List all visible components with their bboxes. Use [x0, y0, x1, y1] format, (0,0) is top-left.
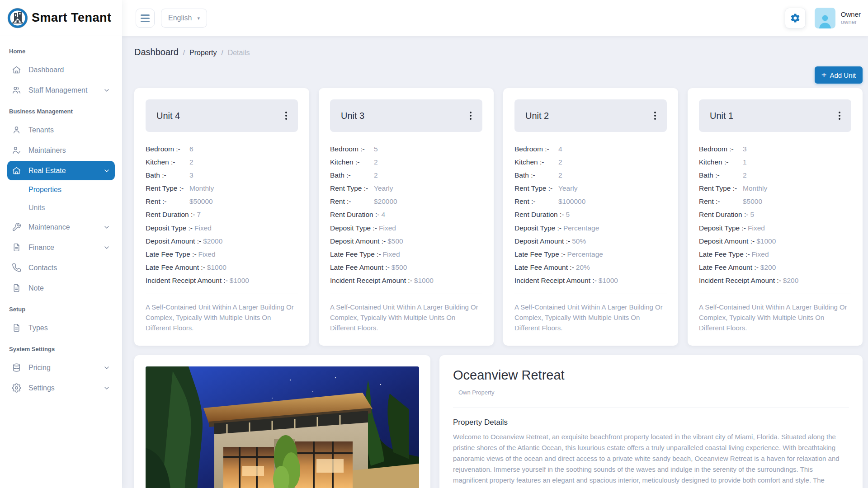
topbar: English ▾ Owner owner: [122, 0, 868, 36]
field-label: Rent :-: [699, 197, 743, 206]
unit-description: A Self-Contained Unit Within A Larger Bu…: [146, 302, 298, 333]
main-area: English ▾ Owner owner Dashboard /: [122, 0, 868, 488]
user-name: Owner: [841, 10, 861, 19]
field-label: Deposit Type :-: [146, 224, 194, 233]
sidebar-item-types[interactable]: Types: [7, 318, 115, 338]
sidebar-item-settings[interactable]: Settings: [7, 378, 115, 398]
field-row: Rent Type :-Yearly: [330, 184, 482, 193]
sidebar-item-real-estate[interactable]: Real Estate: [7, 161, 115, 180]
field-value: 20%: [576, 263, 590, 272]
kebab-menu-icon[interactable]: [467, 109, 474, 122]
add-unit-button[interactable]: + Add Unit: [815, 66, 863, 84]
field-row: Kitchen :-2: [330, 158, 482, 167]
sidebar-section-heading: Business Management: [0, 101, 122, 119]
unit-fields: Bedroom :-6Kitchen :-2Bath :-3Rent Type …: [146, 145, 298, 285]
field-label: Rent Type :-: [699, 184, 743, 193]
sidebar-item-label: Maintainers: [28, 146, 66, 155]
wrench-icon: [12, 222, 21, 232]
sidebar-subitem-units[interactable]: Units: [7, 199, 115, 216]
breadcrumb-property[interactable]: Property: [189, 49, 217, 57]
property-photo: [146, 366, 419, 488]
sidebar-item-dashboard[interactable]: Dashboard: [7, 60, 115, 80]
content: Dashboard / Property / Details + Add Uni…: [122, 36, 868, 488]
sidebar-item-pricing[interactable]: Pricing: [7, 358, 115, 377]
field-label: Late Fee Amount :-: [699, 263, 760, 272]
field-value: $20000: [374, 197, 397, 206]
sidebar-item-label: Tenants: [28, 126, 54, 134]
sidebar-section-heading: Home: [0, 41, 122, 59]
sidebar-item-note[interactable]: Note: [7, 278, 115, 298]
sidebar-item-staff-management[interactable]: Staff Management: [7, 80, 115, 100]
file-icon: [12, 283, 21, 293]
sidebar-item-finance[interactable]: Finance: [7, 238, 115, 257]
field-label: Incident Receipt Amount :-: [699, 277, 783, 285]
field-label: Late Fee Type :-: [699, 250, 752, 259]
field-row: Deposit Type :-Fixed: [330, 224, 482, 233]
field-row: Bath :-3: [146, 171, 298, 180]
field-row: Bedroom :-4: [514, 145, 667, 154]
field-label: Rent Duration :-: [699, 211, 750, 219]
kebab-menu-icon[interactable]: [836, 109, 843, 122]
field-label: Incident Receipt Amount :-: [330, 277, 414, 285]
field-row: Deposit Type :-Percentage: [514, 224, 667, 233]
sidebar-item-label: Pricing: [28, 364, 51, 372]
sidebar-nav: HomeDashboardStaff ManagementBusiness Ma…: [0, 36, 122, 398]
unit-card-unit-1: Unit 1Bedroom :-3Kitchen :-1Bath :-2Rent…: [688, 88, 863, 346]
kebab-menu-icon[interactable]: [283, 109, 290, 122]
unit-description: A Self-Contained Unit Within A Larger Bu…: [330, 302, 482, 333]
field-value: 2: [374, 158, 378, 167]
field-value: $1000: [414, 277, 434, 285]
add-unit-label: Add Unit: [830, 71, 856, 79]
chevron-down-icon: [103, 224, 110, 231]
sidebar-section-heading: System Settings: [0, 338, 122, 357]
field-label: Rent :-: [330, 197, 374, 206]
field-row: Rent Type :-Yearly: [514, 184, 667, 193]
sidebar-item-label: Real Estate: [28, 167, 66, 175]
breadcrumb-details: Details: [228, 49, 250, 57]
field-row: Rent Type :-Monthly: [699, 184, 851, 193]
field-value: $200: [760, 263, 776, 272]
sidebar-item-tenants[interactable]: Tenants: [7, 120, 115, 140]
field-row: Rent :-$5000: [699, 197, 851, 206]
field-label: Bath :-: [330, 171, 374, 180]
sidebar-item-label: Staff Management: [28, 86, 87, 94]
brand[interactable]: Smart Tenant: [0, 0, 122, 36]
sidebar-item-maintainers[interactable]: Maintainers: [7, 141, 115, 160]
sidebar-toggle-button[interactable]: [136, 9, 155, 28]
field-value: Fixed: [748, 224, 765, 233]
unit-card-unit-2: Unit 2Bedroom :-4Kitchen :-2Bath :-2Rent…: [503, 88, 678, 346]
field-value: 4: [558, 145, 562, 154]
breadcrumb: Dashboard / Property / Details: [134, 47, 863, 57]
sidebar-section-heading: Setup: [0, 299, 122, 317]
breadcrumb-dashboard[interactable]: Dashboard: [134, 47, 179, 57]
field-row: Late Fee Type :-Fixed: [146, 250, 298, 259]
unit-fields: Bedroom :-5Kitchen :-2Bath :-2Rent Type …: [330, 145, 482, 285]
field-value: Yearly: [374, 184, 393, 193]
unit-card-header: Unit 4: [146, 99, 298, 132]
field-row: Rent Duration :-5: [514, 211, 667, 219]
sidebar-item-contacts[interactable]: Contacts: [7, 258, 115, 277]
sidebar-subitem-properties[interactable]: Properties: [7, 181, 115, 198]
user-block[interactable]: Owner owner: [841, 10, 861, 26]
gear-icon: [12, 383, 21, 393]
language-value: English: [168, 14, 192, 22]
unit-description: A Self-Contained Unit Within A Larger Bu…: [514, 302, 667, 333]
field-value: 2: [374, 171, 378, 180]
caret-down-icon: ▾: [197, 15, 200, 21]
avatar[interactable]: [815, 8, 835, 28]
unit-fields: Bedroom :-4Kitchen :-2Bath :-2Rent Type …: [514, 145, 667, 285]
sidebar-item-maintenance[interactable]: Maintenance: [7, 217, 115, 237]
field-label: Deposit Type :-: [514, 224, 563, 233]
field-row: Deposit Type :-Fixed: [146, 224, 298, 233]
field-row: Bath :-2: [514, 171, 667, 180]
kebab-menu-icon[interactable]: [651, 109, 659, 122]
app-root: Smart Tenant HomeDashboardStaff Manageme…: [0, 0, 868, 488]
unit-title: Unit 1: [710, 111, 733, 121]
chevron-down-icon: [103, 244, 110, 251]
unit-card-header: Unit 1: [699, 99, 851, 132]
language-select[interactable]: English ▾: [161, 9, 207, 28]
settings-button[interactable]: [785, 8, 806, 28]
field-label: Rent Duration :-: [330, 211, 381, 219]
field-row: Late Fee Type :-Fixed: [330, 250, 482, 259]
field-label: Rent Type :-: [330, 184, 374, 193]
